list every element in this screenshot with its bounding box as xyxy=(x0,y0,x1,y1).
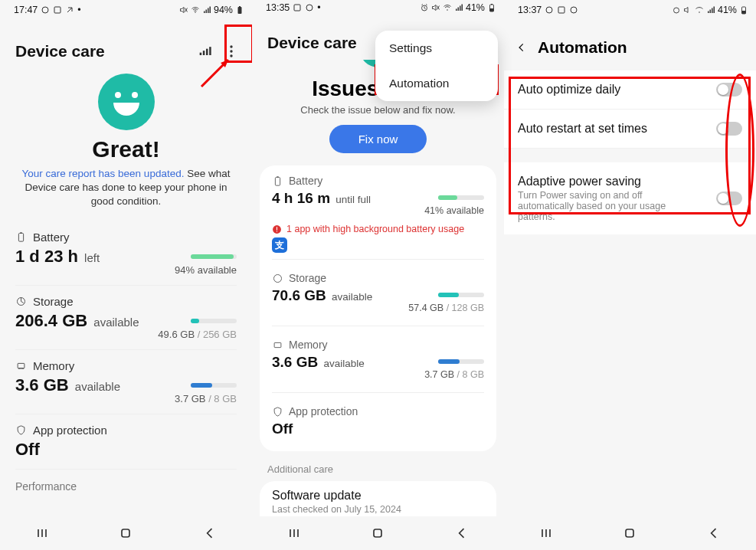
svg-rect-27 xyxy=(277,176,279,177)
battery-row[interactable]: Battery 4 h 16 m until full 41% availabl… xyxy=(260,169,496,222)
android-nav-bar xyxy=(0,516,252,550)
memory-row[interactable]: Memory 3.6 GB available 3.7 GB / 8 GB xyxy=(260,332,496,386)
status-dot: • xyxy=(77,5,80,15)
signal-icon xyxy=(706,5,715,15)
clock: 13:37 xyxy=(518,5,542,15)
screenshot-3-automation: 13:37 41% Automation Auto optimize daily… xyxy=(504,0,756,550)
screenshot-1-device-care: 17:47 • 94% Device care xyxy=(0,0,252,550)
svg-rect-33 xyxy=(374,529,381,537)
storage-row[interactable]: Storage 70.6 GB available 57.4 GB / 128 … xyxy=(260,266,496,319)
back-button[interactable] xyxy=(706,525,722,541)
menu-item-automation[interactable]: Automation xyxy=(375,66,498,101)
additional-care-label: Additional care xyxy=(252,451,504,478)
status-icon xyxy=(53,5,62,15)
svg-rect-4 xyxy=(239,6,241,7)
status-icon xyxy=(41,5,50,15)
svg-rect-1 xyxy=(54,7,61,13)
recents-button[interactable] xyxy=(286,525,302,541)
annotation-box xyxy=(509,77,751,214)
performance-row[interactable]: Performance xyxy=(0,471,252,496)
status-icon xyxy=(305,3,314,12)
svg-rect-15 xyxy=(18,363,25,368)
wifi-icon xyxy=(191,5,200,15)
storage-icon xyxy=(15,296,27,307)
status-title: Great! xyxy=(12,136,240,162)
svg-rect-24 xyxy=(490,8,494,11)
issues-subtitle: Check the issue below and fix now. xyxy=(252,104,504,116)
svg-rect-40 xyxy=(742,11,746,14)
back-button[interactable] xyxy=(202,525,218,541)
status-icon xyxy=(545,5,554,15)
page-title: Device care xyxy=(15,42,105,61)
back-button[interactable] xyxy=(516,42,527,53)
storage-icon xyxy=(272,273,283,284)
android-nav-bar xyxy=(252,516,504,550)
svg-rect-25 xyxy=(491,4,493,5)
battery-icon xyxy=(487,3,496,12)
back-button[interactable] xyxy=(454,525,470,541)
storage-row[interactable]: Storage 206.4 GB available 49.6 GB / 256… xyxy=(0,287,252,348)
shield-icon xyxy=(15,424,27,436)
svg-rect-13 xyxy=(20,232,22,233)
home-button[interactable] xyxy=(622,525,637,541)
mute-icon xyxy=(179,5,188,15)
svg-rect-19 xyxy=(294,5,300,11)
fix-now-button[interactable]: Fix now xyxy=(329,125,427,153)
alarm-icon xyxy=(672,5,681,15)
warning-icon xyxy=(272,224,282,234)
annotation-ellipse xyxy=(725,74,754,227)
svg-rect-30 xyxy=(277,231,277,231)
memory-icon xyxy=(272,339,283,351)
mute-icon xyxy=(431,3,440,12)
svg-rect-12 xyxy=(18,233,23,241)
status-bar: 13:35 • 41% xyxy=(252,0,504,14)
android-nav-bar xyxy=(504,516,756,550)
battery-icon xyxy=(739,5,748,15)
status-dot: • xyxy=(317,2,320,13)
alipay-app-icon[interactable]: 支 xyxy=(272,237,287,253)
status-icon xyxy=(65,5,74,15)
overflow-menu: Settings Automation xyxy=(375,31,498,101)
battery-pct: 94% xyxy=(214,5,233,15)
signal-icon xyxy=(202,5,211,15)
care-report-link[interactable]: Your care report has been updated. xyxy=(22,168,185,179)
home-button[interactable] xyxy=(370,525,385,541)
status-bar: 13:37 41% xyxy=(504,0,756,18)
home-button[interactable] xyxy=(118,525,133,541)
status-bar: 17:47 • 94% xyxy=(0,0,252,18)
memory-row[interactable]: Memory 3.6 GB available 3.7 GB / 8 GB xyxy=(0,352,252,412)
svg-point-38 xyxy=(699,11,700,13)
svg-point-36 xyxy=(571,7,577,13)
annotation-arrow-icon xyxy=(198,52,236,90)
app-protection-row[interactable]: App protection Off xyxy=(0,416,252,467)
svg-rect-26 xyxy=(275,177,280,185)
mute-icon xyxy=(683,5,692,15)
recents-button[interactable] xyxy=(34,525,50,541)
battery-row[interactable]: Battery 1 d 23 h left 94% available xyxy=(0,223,252,283)
app-protection-row[interactable]: App protection Off xyxy=(260,399,496,444)
page-title-bar: Automation xyxy=(504,18,756,63)
menu-item-settings[interactable]: Settings xyxy=(375,31,498,66)
svg-point-20 xyxy=(306,5,313,11)
signal-icon xyxy=(454,3,463,12)
wifi-icon xyxy=(695,5,704,15)
battery-warning: 1 app with high background battery usage xyxy=(260,222,496,237)
svg-rect-16 xyxy=(122,529,129,537)
svg-rect-29 xyxy=(277,227,277,230)
svg-point-22 xyxy=(447,9,448,11)
svg-point-34 xyxy=(546,7,552,13)
status-icon xyxy=(293,3,302,12)
clock: 13:35 xyxy=(266,2,290,13)
page-title: Automation xyxy=(538,38,627,57)
screenshot-2-device-care-menu: 13:35 • 41% Device care Issues found Che… xyxy=(252,0,504,550)
svg-point-37 xyxy=(673,8,679,13)
battery-icon xyxy=(235,5,244,15)
status-icon xyxy=(557,5,566,15)
svg-point-0 xyxy=(42,7,48,13)
memory-icon xyxy=(15,360,27,372)
battery-icon xyxy=(272,175,283,187)
shield-icon xyxy=(272,406,283,417)
page-title: Device care xyxy=(267,34,357,52)
recents-button[interactable] xyxy=(538,525,554,541)
svg-rect-35 xyxy=(558,7,565,13)
